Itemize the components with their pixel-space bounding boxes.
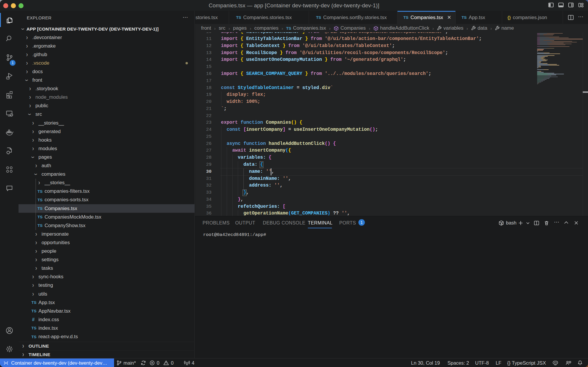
svg-text:$: $ [502,223,503,225]
